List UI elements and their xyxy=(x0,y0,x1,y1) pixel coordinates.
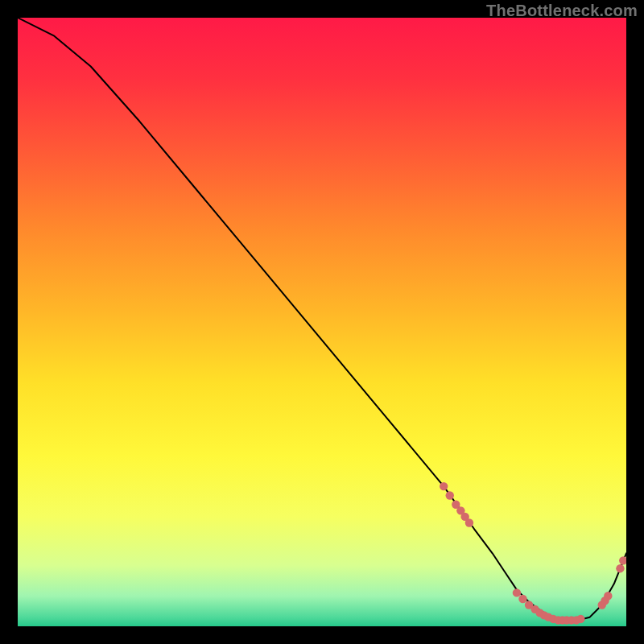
chart-background xyxy=(18,18,626,626)
data-marker xyxy=(616,564,624,572)
bottleneck-chart xyxy=(18,18,626,626)
chart-stage: TheBottleneck.com xyxy=(0,0,644,644)
data-marker xyxy=(604,592,612,600)
data-marker xyxy=(576,615,584,623)
data-marker xyxy=(440,482,448,490)
data-marker xyxy=(518,595,526,603)
data-marker xyxy=(465,518,473,526)
data-marker xyxy=(446,491,454,499)
data-marker xyxy=(513,588,521,597)
